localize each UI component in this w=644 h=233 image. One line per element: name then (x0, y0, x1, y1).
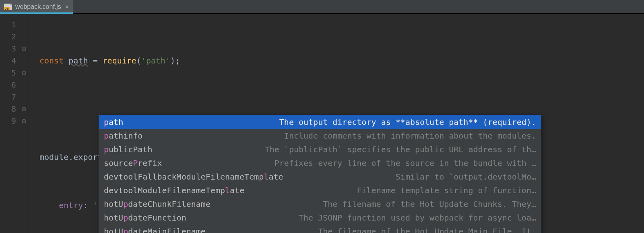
line-number: 3 (0, 43, 16, 55)
completion-description: The filename of the Hot Update Main File… (215, 226, 536, 233)
fold-empty (20, 79, 28, 91)
completion-item[interactable]: publicPathThe `publicPath` specifies the… (99, 143, 541, 156)
completion-label: hotUpdateMainFilename (104, 226, 206, 233)
fold-empty (20, 18, 28, 31)
fold-toggle-icon[interactable]: ⊖ (20, 115, 28, 127)
completion-item[interactable]: sourcePrefixPrefixes every line of the s… (99, 156, 541, 170)
completion-popup[interactable]: pathThe output directory as **absolute p… (99, 115, 541, 233)
code-editor[interactable]: const path = require('path'); module.exp… (28, 14, 644, 233)
line-number-gutter: 123456789 (0, 14, 20, 233)
line-number: 9 (0, 115, 16, 127)
completion-label: pathinfo (104, 130, 142, 141)
completion-label: publicPath (104, 144, 152, 155)
line-number: 5 (0, 67, 16, 79)
completion-item[interactable]: pathinfoInclude comments with informatio… (99, 129, 541, 143)
line-number: 1 (0, 18, 16, 31)
completion-label: hotUpdateFunction (104, 212, 186, 223)
line-number: 4 (0, 55, 16, 67)
completion-item[interactable]: pathThe output directory as **absolute p… (99, 115, 541, 129)
completion-description: The output directory as **absolute path*… (133, 117, 536, 128)
completion-item[interactable]: hotUpdateChunkFilenameThe filename of th… (99, 197, 541, 211)
code-line (39, 103, 644, 115)
js-file-icon: JS (3, 3, 13, 11)
completion-label: sourcePrefix (104, 157, 162, 169)
fold-toggle-icon[interactable]: ⊖ (20, 43, 28, 55)
completion-label: devtoolFallbackModuleFilenameTemplate (104, 171, 283, 182)
code-line: const path = require('path'); (39, 55, 644, 67)
fold-empty (20, 55, 28, 67)
fold-empty (20, 91, 28, 103)
fold-toggle-icon[interactable]: ⊖ (20, 103, 28, 115)
fold-gutter: ⊖⊖⊖⊖ (20, 14, 28, 233)
completion-description: The filename of the Hot Update Chunks. T… (220, 198, 536, 210)
completion-item[interactable]: hotUpdateFunctionThe JSONP function used… (99, 211, 541, 225)
fold-empty (20, 31, 28, 43)
completion-description: Filename template string of function… (254, 185, 536, 196)
completion-description: The `publicPath` specifies the public UR… (162, 144, 536, 155)
tab-label: webpack.conf.js (15, 3, 61, 10)
completion-label: path (104, 117, 123, 128)
line-number: 7 (0, 91, 16, 103)
completion-label: hotUpdateChunkFilename (104, 198, 211, 210)
fold-toggle-icon[interactable]: ⊖ (20, 67, 28, 79)
editor-area: 123456789 ⊖⊖⊖⊖ const path = require('pat… (0, 14, 644, 233)
completion-item[interactable]: hotUpdateMainFilenameThe filename of the… (99, 225, 541, 233)
line-number: 8 (0, 103, 16, 115)
completion-description: Prefixes every line of the source in the… (172, 157, 536, 169)
completion-description: Include comments with information about … (152, 130, 536, 141)
line-number: 2 (0, 31, 16, 43)
completion-item[interactable]: devtoolModuleFilenameTemplateFilename te… (99, 184, 541, 197)
completion-description: Similar to `output.devtoolMo… (293, 171, 536, 182)
completion-label: devtoolModuleFilenameTemplate (104, 185, 244, 196)
svg-text:JS: JS (5, 7, 9, 10)
tab-webpack-conf[interactable]: JS webpack.conf.js × (0, 0, 73, 13)
tab-bar: JS webpack.conf.js × (0, 0, 644, 14)
completion-item[interactable]: devtoolFallbackModuleFilenameTemplateSim… (99, 170, 541, 184)
line-number: 6 (0, 79, 16, 91)
close-icon[interactable]: × (65, 3, 69, 10)
completion-description: The JSONP function used by webpack for a… (196, 212, 536, 223)
